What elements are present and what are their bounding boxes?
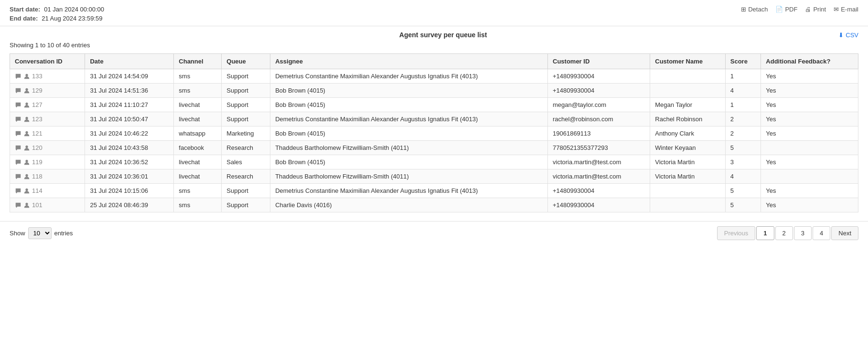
cell-assignee: Demetrius Constantine Maximilian Alexand… bbox=[270, 69, 548, 84]
cell-channel: livechat bbox=[174, 98, 222, 112]
cell-id: 133 bbox=[10, 69, 85, 84]
page-3-button[interactable]: 3 bbox=[794, 226, 812, 240]
end-date-label: End date: bbox=[10, 15, 38, 22]
report-title: Agent survey per queue list bbox=[48, 31, 838, 39]
previous-button[interactable]: Previous bbox=[717, 226, 756, 240]
comment-icon bbox=[15, 173, 21, 180]
user-icon bbox=[23, 202, 30, 209]
cell-channel: livechat bbox=[174, 169, 222, 184]
cell-date: 31 Jul 2024 11:10:27 bbox=[85, 98, 174, 112]
email-button[interactable]: ✉ E-mail bbox=[834, 6, 858, 13]
cell-assignee: Bob Brown (4015) bbox=[270, 155, 548, 169]
cell-customer-id: victoria.martin@test.com bbox=[548, 169, 650, 184]
svg-point-4 bbox=[25, 131, 28, 133]
per-page-select[interactable]: 10 25 50 bbox=[28, 227, 52, 239]
table-row: 123 31 Jul 2024 10:50:47livechatSupportD… bbox=[10, 112, 858, 126]
detach-icon: ⊞ bbox=[741, 6, 746, 13]
cell-queue: Support bbox=[222, 98, 270, 112]
cell-customer-id: 19061869113 bbox=[548, 126, 650, 141]
print-button[interactable]: 🖨 Print bbox=[805, 6, 826, 13]
cell-channel: sms bbox=[174, 84, 222, 98]
cell-channel: livechat bbox=[174, 112, 222, 126]
cell-customer-id: rachel@robinson.com bbox=[548, 112, 650, 126]
comment-icon bbox=[15, 188, 21, 194]
cell-queue: Research bbox=[222, 141, 270, 155]
cell-channel: livechat bbox=[174, 155, 222, 169]
table-row: 133 31 Jul 2024 14:54:09smsSupportDemetr… bbox=[10, 69, 858, 84]
user-icon bbox=[23, 159, 30, 166]
date-info: Start date: 01 Jan 2024 00:00:00 End dat… bbox=[10, 6, 104, 22]
cell-id: 129 bbox=[10, 84, 85, 98]
cell-queue: Support bbox=[222, 84, 270, 98]
id-value: 114 bbox=[32, 187, 43, 194]
cell-queue: Sales bbox=[222, 155, 270, 169]
cell-date: 31 Jul 2024 14:54:09 bbox=[85, 69, 174, 84]
comment-icon bbox=[15, 102, 21, 108]
pdf-icon: 📄 bbox=[775, 6, 783, 13]
user-icon bbox=[23, 87, 30, 94]
table-row: 101 25 Jul 2024 08:46:39smsSupportCharli… bbox=[10, 198, 858, 212]
svg-point-0 bbox=[25, 74, 28, 76]
user-icon bbox=[23, 173, 30, 180]
cell-channel: whatsapp bbox=[174, 126, 222, 141]
user-icon bbox=[23, 188, 30, 194]
data-table: Conversation ID Date Channel Queue Assig… bbox=[10, 53, 858, 212]
cell-date: 31 Jul 2024 10:36:01 bbox=[85, 169, 174, 184]
cell-queue: Support bbox=[222, 69, 270, 84]
id-value: 120 bbox=[32, 144, 43, 151]
cell-assignee: Thaddeus Bartholomew Fitzwilliam-Smith (… bbox=[270, 169, 548, 184]
svg-point-3 bbox=[25, 116, 28, 119]
table-row: 119 31 Jul 2024 10:36:52livechatSalesBob… bbox=[10, 155, 858, 169]
cell-score: 3 bbox=[725, 155, 761, 169]
cell-id: 123 bbox=[10, 112, 85, 126]
cell-id: 127 bbox=[10, 98, 85, 112]
csv-button[interactable]: ⬇ CSV bbox=[838, 32, 858, 39]
cell-queue: Support bbox=[222, 184, 270, 198]
cell-customer-id: +14809930004 bbox=[548, 84, 650, 98]
cell-customer-name: Anthony Clark bbox=[650, 126, 725, 141]
svg-point-2 bbox=[25, 102, 28, 105]
cell-date: 31 Jul 2024 10:50:47 bbox=[85, 112, 174, 126]
comment-icon bbox=[15, 87, 21, 94]
cell-queue: Support bbox=[222, 198, 270, 212]
cell-date: 31 Jul 2024 10:46:22 bbox=[85, 126, 174, 141]
end-date-value: 21 Aug 2024 23:59:59 bbox=[42, 15, 102, 22]
cell-score: 1 bbox=[725, 69, 761, 84]
next-button[interactable]: Next bbox=[831, 226, 858, 240]
cell-customer-name bbox=[650, 84, 725, 98]
table-row: 118 31 Jul 2024 10:36:01livechatResearch… bbox=[10, 169, 858, 184]
pdf-button[interactable]: 📄 PDF bbox=[775, 6, 797, 13]
cell-feedback: Yes bbox=[761, 112, 858, 126]
id-value: 129 bbox=[32, 87, 43, 94]
cell-customer-name: Winter Keyaan bbox=[650, 141, 725, 155]
svg-point-9 bbox=[25, 202, 28, 205]
cell-assignee: Thaddeus Bartholomew Fitzwilliam-Smith (… bbox=[270, 141, 548, 155]
user-icon bbox=[23, 130, 30, 137]
user-icon bbox=[23, 102, 30, 108]
cell-feedback: Yes bbox=[761, 98, 858, 112]
svg-point-1 bbox=[25, 88, 28, 90]
comment-icon bbox=[15, 130, 21, 137]
detach-button[interactable]: ⊞ Detach bbox=[741, 6, 768, 13]
cell-channel: sms bbox=[174, 69, 222, 84]
id-value: 121 bbox=[32, 130, 43, 137]
cell-feedback bbox=[761, 141, 858, 155]
table-header: Conversation ID Date Channel Queue Assig… bbox=[10, 54, 858, 69]
cell-date: 25 Jul 2024 08:46:39 bbox=[85, 198, 174, 212]
cell-customer-name bbox=[650, 184, 725, 198]
cell-customer-name: Megan Taylor bbox=[650, 98, 725, 112]
cell-score: 5 bbox=[725, 184, 761, 198]
entries-info: Showing 1 to 10 of 40 entries bbox=[10, 42, 858, 49]
cell-id: 118 bbox=[10, 169, 85, 184]
page-2-button[interactable]: 2 bbox=[775, 226, 793, 240]
cell-id: 101 bbox=[10, 198, 85, 212]
cell-assignee: Demetrius Constantine Maximilian Alexand… bbox=[270, 112, 548, 126]
email-icon: ✉ bbox=[834, 6, 839, 13]
cell-score: 1 bbox=[725, 98, 761, 112]
page-4-button[interactable]: 4 bbox=[813, 226, 830, 240]
svg-point-7 bbox=[25, 174, 28, 176]
show-label: Show bbox=[10, 230, 25, 237]
cell-date: 31 Jul 2024 14:51:36 bbox=[85, 84, 174, 98]
page-1-button[interactable]: 1 bbox=[756, 226, 774, 240]
pagination-controls: Previous 1 2 3 4 Next bbox=[717, 226, 858, 240]
